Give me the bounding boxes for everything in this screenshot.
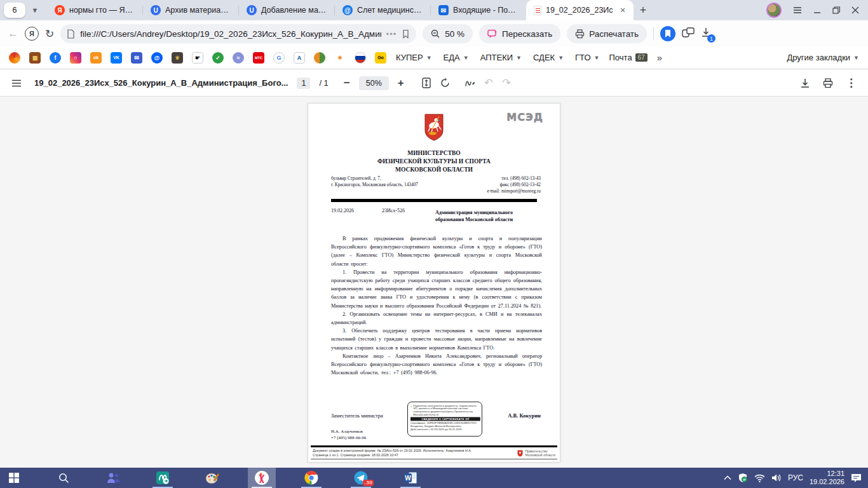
minimize-button[interactable] [813,6,821,14]
collections-bookmark-icon[interactable] [660,26,675,41]
profile-avatar[interactable] [766,3,782,18]
other-bookmarks-button[interactable]: Другие закладки ▼ [787,53,859,62]
retell-button[interactable]: Пересказать [479,24,560,43]
bookmark-flag-icon[interactable] [402,29,410,39]
letterhead-divider [331,199,537,202]
url-more-icon[interactable]: ••• [386,29,397,39]
stamp-certificate-bar: СВЕДЕНИЯ О СЕРТИФИКАТЕ ЭП [410,417,480,421]
refresh-button[interactable]: ↻ [45,27,54,41]
tab-close-icon[interactable]: ✕ [620,6,626,15]
odnoklassniki-bookmark-icon[interactable]: ok [90,52,102,64]
tray-clock[interactable]: 12:31 19.02.2026 [810,470,844,486]
redo-icon[interactable]: ↷ [502,76,511,90]
printer-icon [575,29,585,39]
bookmark-folder-аптеки[interactable]: АПТЕКИ▼ [480,53,522,62]
mts-bookmark-icon[interactable]: МТС [253,52,264,64]
bookmark-folder-сдек[interactable]: СДЕК▼ [533,53,564,62]
start-button[interactable] [0,468,28,488]
bookmark-pochta[interactable]: Почта 67 [609,53,648,62]
green-check-bookmark-icon[interactable]: ✓ [212,52,224,64]
teal-app-button[interactable] [149,468,177,488]
url-bar[interactable]: file:///C:/Users/Andrey/Desktop/19_02_20… [60,24,416,43]
taskbar-search-button[interactable] [50,468,78,488]
site-carpet-bookmark-icon[interactable]: ▦ [29,52,41,64]
new-tab-button[interactable]: + [634,4,653,17]
tab-mail-inbox[interactable]: ✉ Входящие - Почта М [431,0,526,20]
yandex-go-bookmark-icon[interactable]: Go [375,52,386,64]
zoom-chip[interactable]: 50 % [423,24,473,43]
document-page: МСЭД МИНИСТЕРСТВО ФИЗИЧЕСКОЙ КУЛЬТУРЫ И … [308,103,560,463]
bookmarks-favicons: ▦f○okVK✉@⚜☛✓≈МТСGА✳Go [9,52,386,64]
draw-annotate-icon[interactable] [465,78,475,88]
vk-bookmark-icon[interactable]: VK [111,52,122,64]
statue-site-bookmark-icon[interactable]: ⚜ [172,52,183,64]
stripes-site-bookmark-icon[interactable]: ≈ [233,52,244,64]
volume-icon[interactable] [771,473,782,482]
pdf-sidebar-toggle-icon[interactable] [11,79,22,87]
mak-bookmark-icon[interactable] [314,52,325,64]
hand-site-bookmark-icon[interactable]: ☛ [192,52,203,64]
tab-yandex-search[interactable]: Я нормы гто — Яндек [47,0,142,20]
back-button[interactable]: ← [8,27,18,40]
word-app-button[interactable]: W [397,468,424,488]
instagram-bookmark-icon[interactable]: ○ [70,52,81,64]
chevron-down-icon: ▼ [463,55,469,61]
downloads-button[interactable]: 1 [701,27,711,40]
action-center-icon[interactable] [851,473,862,483]
chrome-app-button[interactable] [297,468,325,488]
pdf-download-icon[interactable] [800,78,810,88]
extensions-icon[interactable] [682,27,695,41]
teams-app-button[interactable] [99,468,127,488]
bookmark-folder-купер[interactable]: КУПЕР▼ [396,53,432,62]
yandex-home-button[interactable]: Я [25,27,39,41]
pdf-zoom-level[interactable]: 50% [359,76,389,90]
ru-flag-bookmark-icon[interactable] [355,52,366,64]
government-logo: Правительство Московской области [517,449,555,457]
chevron-down-icon: ▼ [558,55,564,61]
defender-shield-icon[interactable] [738,473,748,483]
aeroflot-bookmark-icon[interactable]: А [294,52,305,64]
zoom-in-button[interactable]: + [398,77,404,90]
letter-number: 23Исх-526 [382,208,405,214]
chevron-down-icon: ▼ [426,55,432,61]
language-indicator[interactable]: РУС [788,473,803,482]
bookmark-folder-еда[interactable]: ЕДА▼ [444,53,469,62]
close-window-button[interactable] [851,6,859,14]
pdf-content-area[interactable]: МСЭД МИНИСТЕРСТВО ФИЗИЧЕСКОЙ КУЛЬТУРЫ И … [0,97,868,468]
bookmarks-overflow-icon[interactable]: » [657,52,662,63]
restore-button[interactable] [832,6,840,14]
chevron-down-icon: ▼ [853,55,859,61]
stamp-coat-icon [410,404,412,409]
page-number-input[interactable]: 1 [297,78,310,89]
facebook-bookmark-icon[interactable]: f [50,52,61,64]
print-button[interactable]: Распечатать [567,24,647,43]
undo-icon[interactable]: ↶ [484,76,493,90]
browser-window: 6 ▼ Я нормы гто — Яндек U Архив материал… [0,0,868,488]
bookmark-folders: КУПЕР▼ЕДА▼АПТЕКИ▼СДЕК▼ГТО▼ [396,53,600,62]
tab-archive[interactable]: U Архив материалов [143,0,238,20]
paint-app-button[interactable] [198,468,226,488]
tab-add-material[interactable]: U Добавление матер [239,0,334,20]
tab-medical-meet[interactable]: @ Слет медицинских [335,0,430,20]
bookmarks-bar: ▦f○okVK✉@⚜☛✓≈МТСGА✳Go КУПЕР▼ЕДА▼АПТЕКИ▼С… [0,47,868,69]
browser-menu-icon[interactable] [793,6,802,14]
pdf-print-icon[interactable] [823,78,833,88]
mail-service-bookmark-icon[interactable]: ✉ [131,52,142,64]
mailru-bookmark-icon[interactable]: @ [151,52,163,64]
tab-list-chevron-icon[interactable]: ▼ [27,3,43,18]
fit-page-icon[interactable] [422,78,431,88]
google-bookmark-icon[interactable]: G [273,52,285,64]
yandex-browser-app-button[interactable]: Y [248,468,276,488]
site-wheel-bookmark-icon[interactable] [9,52,20,64]
telegram-app-button[interactable]: ..59 [347,468,375,488]
tray-expand-chevron-icon[interactable] [724,475,731,480]
sun-site-bookmark-icon[interactable]: ✳ [334,52,346,64]
wifi-icon[interactable] [754,474,765,482]
bookmark-folder-гто[interactable]: ГТО▼ [575,53,599,62]
zoom-out-button[interactable]: − [344,77,350,90]
tab-counter[interactable]: 6 [4,3,25,18]
pdf-more-icon[interactable]: ⋮ [846,76,857,90]
rotate-page-icon[interactable] [440,78,451,88]
tab-pdf-document-active[interactable]: 19_02_2026_23Ис ✕ [526,0,634,20]
document-icon [67,29,75,39]
